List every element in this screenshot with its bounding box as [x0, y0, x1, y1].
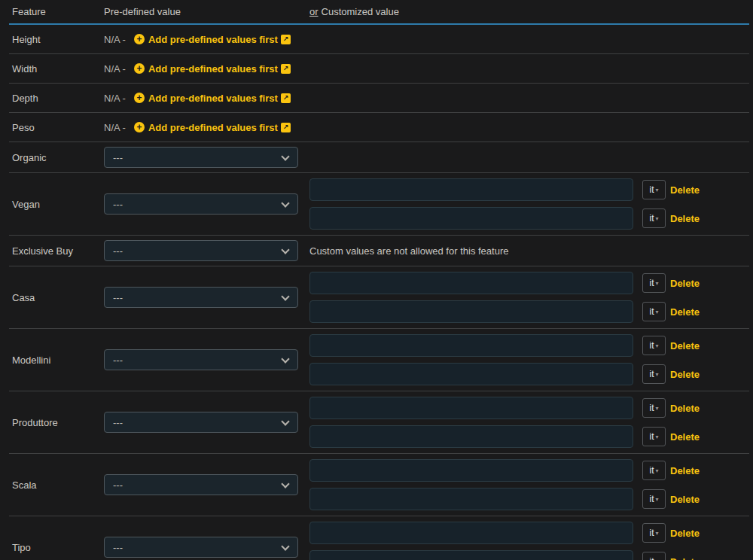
custom-value-input[interactable]	[309, 334, 633, 357]
add-predefined-values-label: Add pre-defined values first	[148, 93, 278, 104]
predefined-value-select-wrap: ---	[104, 193, 298, 215]
delete-button[interactable]: Delete	[670, 278, 700, 289]
caret-down-icon: ▾	[655, 371, 658, 378]
caret-down-icon: ▾	[655, 309, 658, 315]
na-label: N/A -	[104, 63, 126, 75]
predefined-value-select[interactable]: ---	[104, 412, 298, 433]
feature-row: Width N/A - + Add pre-defined values fir…	[9, 54, 749, 84]
language-code-label: it	[649, 184, 654, 195]
feature-name-label: Width	[12, 63, 37, 75]
delete-button[interactable]: Delete	[670, 403, 700, 414]
custom-value-input[interactable]	[309, 300, 633, 323]
language-selector[interactable]: it ▾	[642, 208, 666, 228]
delete-button[interactable]: Delete	[670, 431, 700, 443]
custom-value-input[interactable]	[309, 363, 633, 385]
custom-value-input[interactable]	[309, 522, 633, 544]
na-label: N/A -	[104, 93, 126, 104]
delete-button[interactable]: Delete	[670, 184, 700, 196]
external-link-icon: ↗	[281, 123, 291, 132]
feature-row: Peso N/A - + Add pre-defined values firs…	[9, 113, 749, 142]
predefined-value-select[interactable]: ---	[104, 147, 298, 168]
feature-name-label: Organic	[12, 152, 47, 163]
add-predefined-values-label: Add pre-defined values first	[148, 63, 278, 75]
delete-button[interactable]: Delete	[670, 465, 700, 476]
na-label: N/A -	[104, 34, 126, 45]
language-code-label: it	[649, 306, 654, 317]
custom-value-input[interactable]	[309, 550, 633, 560]
custom-value-input[interactable]	[309, 178, 633, 201]
language-code-label: it	[649, 340, 654, 351]
custom-value-line: it ▾ Delete	[309, 459, 749, 482]
custom-value-input[interactable]	[309, 207, 633, 230]
predefined-value-select[interactable]: ---	[104, 537, 298, 558]
delete-button[interactable]: Delete	[670, 528, 700, 539]
language-code-label: it	[649, 278, 654, 288]
predefined-value-select[interactable]: ---	[104, 193, 298, 215]
custom-value-line: it ▾ Delete	[309, 207, 749, 230]
delete-button[interactable]: Delete	[670, 556, 700, 560]
language-selector[interactable]: it ▾	[642, 427, 666, 446]
custom-value-line: it ▾ Delete	[309, 178, 749, 201]
custom-value-line: it ▾ Delete	[309, 425, 749, 448]
predefined-value-select-wrap: ---	[104, 147, 298, 168]
predefined-value-select[interactable]: ---	[104, 240, 298, 261]
language-selector[interactable]: it ▾	[642, 552, 666, 560]
feature-name-label: Peso	[12, 122, 35, 133]
language-selector[interactable]: it ▾	[642, 364, 666, 384]
plus-circle-icon: +	[134, 34, 145, 44]
custom-value-input[interactable]	[309, 272, 633, 294]
feature-row: Casa --- it ▾ Delete it ▾ Delete	[9, 266, 749, 329]
feature-name-label: Scala	[12, 479, 37, 491]
predefined-value-select[interactable]: ---	[104, 474, 298, 495]
custom-value-line: it ▾ Delete	[309, 272, 749, 294]
language-code-label: it	[649, 213, 654, 224]
header-or-label: or	[309, 6, 319, 17]
add-predefined-values-link[interactable]: + Add pre-defined values first ↗	[134, 122, 291, 133]
language-code-label: it	[649, 431, 654, 442]
language-selector[interactable]: it ▾	[642, 180, 666, 199]
predefined-value-select-wrap: ---	[104, 474, 298, 495]
predefined-value-select-wrap: ---	[104, 349, 298, 370]
custom-value-input[interactable]	[309, 488, 633, 510]
custom-value-input[interactable]	[309, 425, 633, 448]
custom-value-input[interactable]	[309, 459, 633, 482]
add-predefined-values-label: Add pre-defined values first	[148, 122, 278, 133]
plus-circle-icon: +	[134, 122, 145, 132]
predefined-value-select-wrap: ---	[104, 287, 298, 308]
language-code-label: it	[649, 494, 654, 504]
custom-value-input[interactable]	[309, 397, 633, 419]
language-selector[interactable]: it ▾	[642, 489, 666, 509]
delete-button[interactable]: Delete	[670, 340, 700, 352]
language-code-label: it	[649, 528, 654, 538]
na-label: N/A -	[104, 122, 126, 133]
delete-button[interactable]: Delete	[670, 213, 700, 224]
header-customized-value: orCustomized value	[309, 6, 749, 17]
add-predefined-values-link[interactable]: + Add pre-defined values first ↗	[134, 63, 291, 75]
caret-down-icon: ▾	[655, 467, 658, 474]
plus-circle-icon: +	[134, 63, 145, 74]
add-predefined-values-link[interactable]: + Add pre-defined values first ↗	[134, 93, 291, 104]
custom-value-line: it ▾ Delete	[309, 334, 749, 357]
language-selector[interactable]: it ▾	[642, 461, 666, 480]
language-selector[interactable]: it ▾	[642, 336, 666, 355]
feature-row: Vegan --- it ▾ Delete it ▾ Delete	[9, 173, 749, 236]
caret-down-icon: ▾	[655, 187, 658, 193]
language-selector[interactable]: it ▾	[642, 398, 666, 418]
predefined-value-select[interactable]: ---	[104, 287, 298, 308]
custom-value-line: it ▾ Delete	[309, 363, 749, 385]
delete-button[interactable]: Delete	[670, 494, 700, 505]
feature-name-label: Height	[12, 34, 41, 45]
language-selector[interactable]: it ▾	[642, 302, 666, 321]
caret-down-icon: ▾	[655, 530, 658, 537]
language-selector[interactable]: it ▾	[642, 273, 666, 293]
custom-value-line: it ▾ Delete	[309, 550, 749, 560]
caret-down-icon: ▾	[655, 342, 658, 349]
delete-button[interactable]: Delete	[670, 369, 700, 380]
language-selector[interactable]: it ▾	[642, 523, 666, 543]
predefined-value-select[interactable]: ---	[104, 349, 298, 370]
caret-down-icon: ▾	[655, 280, 658, 287]
add-predefined-values-link[interactable]: + Add pre-defined values first ↗	[134, 34, 291, 45]
external-link-icon: ↗	[281, 64, 291, 74]
table-header-row: Feature Pre-defined value orCustomized v…	[9, 0, 749, 25]
delete-button[interactable]: Delete	[670, 306, 700, 318]
